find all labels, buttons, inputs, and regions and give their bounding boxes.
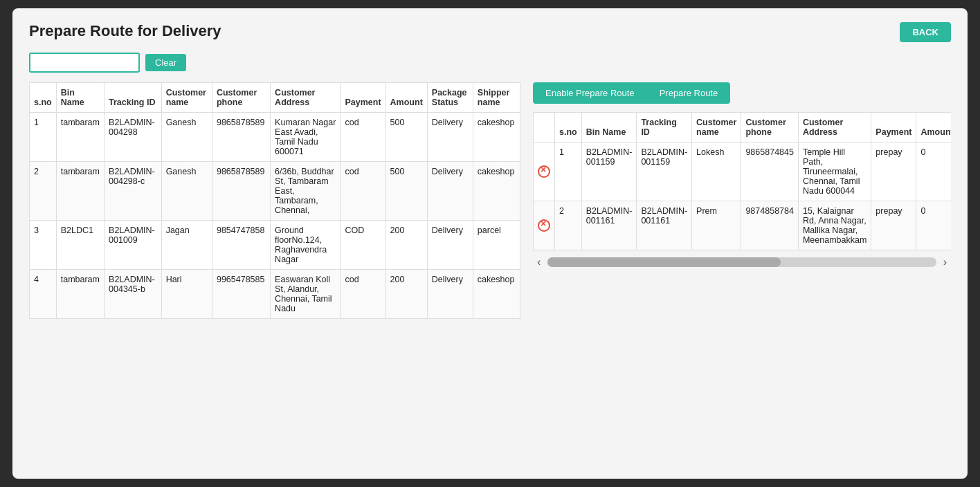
right-table-wrapper: s.no Bin Name Tracking ID Customer name … xyxy=(533,112,951,271)
cell-amount: 0 xyxy=(916,143,951,201)
cell-bin-name: tambaram xyxy=(56,162,104,221)
cell-customer-address: Kumaran Nagar East Avadi, Tamil Nadu 600… xyxy=(271,113,341,162)
left-table: s.no Bin Name Tracking ID Customer name … xyxy=(29,82,520,319)
col-payment: Payment xyxy=(341,83,385,113)
cell-bin-name: B2LADMIN-001161 xyxy=(581,201,637,250)
cell-tracking-id: B2LADMIN-004298 xyxy=(105,113,162,162)
table-row: 2 tambaram B2LADMIN-004298-c Ganesh 9865… xyxy=(30,162,520,221)
cell-bin-name: B2LADMIN-001159 xyxy=(581,143,637,201)
cell-amount: 500 xyxy=(385,113,427,162)
page-title: Prepare Route for Delivery xyxy=(29,22,951,40)
cell-payment: cod xyxy=(341,113,385,162)
cell-shipper-name: cakeshop xyxy=(473,113,520,162)
search-input[interactable] xyxy=(29,53,140,73)
col-bin-name: Bin Name xyxy=(56,83,104,113)
enable-prepare-route-button[interactable]: Enable Prepare Route xyxy=(533,82,647,104)
left-panel: s.no Bin Name Tracking ID Customer name … xyxy=(29,82,520,319)
cell-bin-name: B2LDC1 xyxy=(56,221,104,270)
table-row: 1 tambaram B2LADMIN-004298 Ganesh 986587… xyxy=(30,113,520,162)
cell-customer-address: Temple Hill Path, Tiruneermalai, Chennai… xyxy=(798,143,871,201)
table-row: 4 tambaram B2LADMIN-004345-b Hari 996547… xyxy=(30,270,520,319)
cell-customer-name: Ganesh xyxy=(161,162,212,221)
col-r-customer-address: Customer Address xyxy=(798,113,871,143)
main-window: Prepare Route for Delivery BACK Clear s.… xyxy=(12,8,968,479)
cell-package-status: Delivery xyxy=(427,221,473,270)
cell-amount: 500 xyxy=(385,162,427,221)
cell-sno: 1 xyxy=(555,143,582,201)
cell-payment: cod xyxy=(341,162,385,221)
right-table-scroll: s.no Bin Name Tracking ID Customer name … xyxy=(533,112,951,250)
cell-payment: cod xyxy=(341,270,385,319)
col-customer-address: Customer Address xyxy=(271,83,341,113)
remove-icon[interactable] xyxy=(538,219,550,232)
scroll-bar-track[interactable] xyxy=(547,257,936,267)
col-sno: s.no xyxy=(30,83,57,113)
cell-customer-phone: 9854747858 xyxy=(212,221,270,270)
cell-amount: 0 xyxy=(916,201,951,250)
cell-customer-address: 6/36b, Buddhar St, Tambaram East, Tambar… xyxy=(271,162,341,221)
col-r-payment: Payment xyxy=(871,113,916,143)
cell-package-status: Delivery xyxy=(427,270,473,319)
remove-icon[interactable] xyxy=(538,165,550,178)
scroll-bar-row: ‹ › xyxy=(533,253,951,271)
col-r-tracking-id: Tracking ID xyxy=(637,113,692,143)
cell-payment: prepay xyxy=(871,201,916,250)
route-buttons: Enable Prepare Route Prepare Route xyxy=(533,82,951,104)
cell-sno: 2 xyxy=(555,201,582,250)
back-button[interactable]: BACK xyxy=(900,22,951,42)
cell-customer-name: Ganesh xyxy=(161,113,212,162)
col-r-sno: s.no xyxy=(555,113,582,143)
cell-tracking-id: B2LADMIN-001161 xyxy=(637,201,692,250)
cell-tracking-id: B2LADMIN-004298-c xyxy=(105,162,162,221)
col-package-status: Package Status xyxy=(427,83,473,113)
scroll-bar-thumb xyxy=(547,257,781,267)
cell-amount: 200 xyxy=(385,221,427,270)
cell-shipper-name: cakeshop xyxy=(473,270,520,319)
col-customer-phone: Customer phone xyxy=(212,83,270,113)
clear-button[interactable]: Clear xyxy=(145,54,186,71)
cell-sno: 2 xyxy=(30,162,57,221)
cell-customer-phone: 9965478585 xyxy=(212,270,270,319)
cell-shipper-name: cakeshop xyxy=(473,162,520,221)
table-row: 1 B2LADMIN-001159 B2LADMIN-001159 Lokesh… xyxy=(534,143,952,201)
cell-customer-name: Prem xyxy=(692,201,741,250)
col-amount: Amount xyxy=(385,83,427,113)
col-r-amount: Amount xyxy=(916,113,951,143)
cell-customer-phone: 9865878589 xyxy=(212,113,270,162)
cell-customer-phone: 9874858784 xyxy=(741,201,799,250)
col-tracking-id: Tracking ID xyxy=(105,83,162,113)
col-customer-name: Customer name xyxy=(161,83,212,113)
col-r-bin-name: Bin Name xyxy=(581,113,637,143)
cell-customer-name: Jagan xyxy=(161,221,212,270)
cell-remove[interactable] xyxy=(534,201,555,250)
cell-remove[interactable] xyxy=(534,143,555,201)
cell-shipper-name: parcel xyxy=(473,221,520,270)
prepare-route-button[interactable]: Prepare Route xyxy=(647,82,731,104)
scroll-left-arrow[interactable]: ‹ xyxy=(533,253,545,271)
search-row: Clear xyxy=(29,53,951,73)
cell-customer-name: Lokesh xyxy=(692,143,741,201)
col-r-customer-name: Customer name xyxy=(692,113,741,143)
cell-customer-phone: 9865874845 xyxy=(741,143,799,201)
col-r-customer-phone: Customer phone xyxy=(741,113,799,143)
cell-package-status: Delivery xyxy=(427,162,473,221)
cell-sno: 3 xyxy=(30,221,57,270)
cell-tracking-id: B2LADMIN-001159 xyxy=(637,143,692,201)
cell-sno: 4 xyxy=(30,270,57,319)
cell-tracking-id: B2LADMIN-001009 xyxy=(105,221,162,270)
cell-bin-name: tambaram xyxy=(56,270,104,319)
cell-customer-address: Ground floorNo.124, Raghavendra Nagar xyxy=(271,221,341,270)
table-row: 2 B2LADMIN-001161 B2LADMIN-001161 Prem 9… xyxy=(534,201,952,250)
main-layout: s.no Bin Name Tracking ID Customer name … xyxy=(29,82,951,319)
col-shipper-name: Shipper name xyxy=(473,83,520,113)
cell-customer-address: Easwaran Koll St, Alandur, Chennai, Tami… xyxy=(271,270,341,319)
scroll-right-arrow[interactable]: › xyxy=(939,253,951,271)
cell-bin-name: tambaram xyxy=(56,113,104,162)
cell-sno: 1 xyxy=(30,113,57,162)
cell-package-status: Delivery xyxy=(427,113,473,162)
cell-tracking-id: B2LADMIN-004345-b xyxy=(105,270,162,319)
cell-amount: 200 xyxy=(385,270,427,319)
cell-payment: prepay xyxy=(871,143,916,201)
cell-customer-name: Hari xyxy=(161,270,212,319)
col-remove xyxy=(534,113,555,143)
